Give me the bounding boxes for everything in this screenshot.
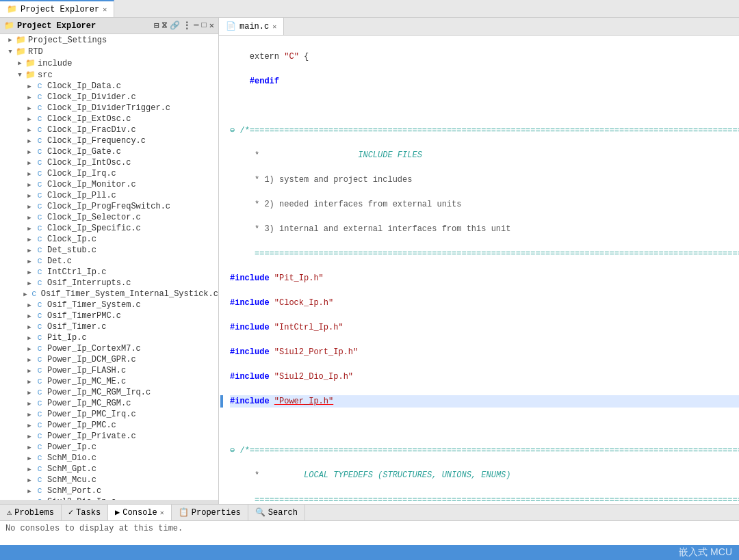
sidebar-title: Project Explorer xyxy=(17,21,96,31)
list-item[interactable]: ▶cClock_Ip_Frequency.c xyxy=(0,135,218,146)
code-line: ========================================… xyxy=(230,248,739,260)
list-item[interactable]: ▶cOsif_Timer_System_Internal_Systick.c xyxy=(0,289,218,299)
sidebar-tree: ▶ 📁 Project_Settings ▼ 📁 RTD ▶ 📁 include xyxy=(0,34,218,500)
code-line: * 2) needed interfaces from external uni… xyxy=(230,198,739,211)
properties-label: Properties xyxy=(192,508,241,518)
arrow-rtd: ▼ xyxy=(5,49,15,55)
arrow-project-settings: ▶ xyxy=(5,36,15,44)
sidebar-item-project-settings[interactable]: ▶ 📁 Project_Settings xyxy=(0,34,218,46)
list-item[interactable]: ▶cOsif_Interrupts.c xyxy=(0,278,218,289)
list-item[interactable]: ▶cClock_Ip_IntOsc.c xyxy=(0,157,218,168)
list-item[interactable]: ▶cClock_Ip_Pll.c xyxy=(0,190,218,201)
list-item[interactable]: ▶cClock_Ip_Monitor.c xyxy=(0,179,218,190)
label-src: src xyxy=(38,70,53,80)
list-item[interactable]: ▶cClock_Ip_Specific.c xyxy=(0,223,218,234)
sidebar-item-include[interactable]: ▶ 📁 include xyxy=(0,57,218,69)
list-item[interactable]: ▶cPower_Ip_PMC_Irq.c xyxy=(0,409,218,420)
filter-icon[interactable]: ⧖ xyxy=(161,21,167,31)
list-item[interactable]: ▶cClock_Ip_ProgFreqSwitch.c xyxy=(0,201,218,212)
tab-project-explorer[interactable]: 📁 Project Explorer ✕ xyxy=(0,0,114,17)
list-item[interactable]: ▶cDet_stub.c xyxy=(0,245,218,256)
code-line: extern "C" { xyxy=(230,51,739,63)
list-item[interactable]: ▶cClock_Ip_ExtOsc.c xyxy=(0,114,218,124)
code-line-section: ⊖ /*====================================… xyxy=(230,124,739,137)
problems-label: Problems xyxy=(14,508,54,518)
label-project-settings: Project_Settings xyxy=(28,36,107,45)
list-item[interactable]: ▶cIntCtrl_Ip.c xyxy=(0,267,218,278)
list-item[interactable]: ▶cPower_Ip_PMC.c xyxy=(0,420,218,431)
list-item[interactable]: ▶cPower_Ip_DCM_GPR.c xyxy=(0,354,218,365)
main-area: 📁 Project Explorer ⊟ ⧖ 🔗 ⋮ — □ ✕ ▶ 📁 Pro… xyxy=(0,18,739,504)
top-tab-bar: 📁 Project Explorer ✕ xyxy=(0,0,739,18)
sidebar-header-icons: ⊟ ⧖ 🔗 ⋮ — □ ✕ xyxy=(154,21,214,31)
list-item[interactable]: ▶cClock_Ip_FracDiv.c xyxy=(0,124,218,135)
folder-icon-src: 📁 xyxy=(25,70,36,80)
label-include: include xyxy=(38,59,72,68)
list-item[interactable]: ▶cPower_Ip_MC_RGM.c xyxy=(0,398,218,409)
sidebar-project-icon: 📁 xyxy=(4,21,14,31)
watermark-text: 嵌入式 MCU xyxy=(679,546,732,559)
tab-properties[interactable]: 📋 Properties xyxy=(172,505,248,520)
sidebar-item-src[interactable]: ▼ 📁 src xyxy=(0,69,218,81)
code-line: #include "Pit_Ip.h" xyxy=(230,272,739,284)
code-line: * 1) system and project includes xyxy=(230,174,739,186)
list-item[interactable]: ▶cPower_Ip_MC_ME.c xyxy=(0,376,218,387)
collapse-all-icon[interactable]: ⊟ xyxy=(154,21,159,31)
sidebar-header-left: 📁 Project Explorer xyxy=(4,21,96,31)
link-icon[interactable]: 🔗 xyxy=(170,21,180,31)
maximize-icon[interactable]: □ xyxy=(202,21,207,31)
code-line xyxy=(230,420,739,432)
list-item[interactable]: ▶cClock_Ip_Gate.c xyxy=(0,146,218,157)
search-label: Search xyxy=(268,508,298,518)
tab-main-c-label: main.c xyxy=(239,22,269,31)
tab-project-explorer-label: Project Explorer xyxy=(21,5,99,14)
list-item[interactable]: ▶cPower_Ip_CortexM7.c xyxy=(0,343,218,354)
list-item[interactable]: ▶cClock_Ip_DividerTrigger.c xyxy=(0,103,218,114)
list-item[interactable]: ▶cOsif_TimerPMC.c xyxy=(0,310,218,321)
tab-problems[interactable]: ⚠ Problems xyxy=(0,505,62,520)
code-line: ⊖ /*====================================… xyxy=(230,444,739,457)
list-item[interactable]: ▶cClock_Ip.c xyxy=(0,234,218,245)
list-item[interactable]: ▶cSchM_Dio.c xyxy=(0,453,218,464)
tab-search[interactable]: 🔍 Search xyxy=(248,505,305,520)
list-item[interactable]: ▶cSchM_Port.c xyxy=(0,485,218,496)
code-line: * INCLUDE FILES xyxy=(230,149,739,161)
tab-main-c[interactable]: 📄 main.c ✕ xyxy=(219,18,284,35)
list-item[interactable]: ▶cPower_Ip_FLASH.c xyxy=(0,365,218,376)
list-item[interactable]: ▶cClock_Ip_Selector.c xyxy=(0,212,218,223)
tab-project-explorer-close[interactable]: ✕ xyxy=(103,5,107,14)
code-line: #endif xyxy=(230,75,739,88)
console-icon: ▶ xyxy=(115,507,120,518)
project-icon: 📁 xyxy=(7,4,17,14)
list-item[interactable]: ▶cClock_Ip_Irq.c xyxy=(0,168,218,179)
tab-main-c-icon: 📄 xyxy=(226,21,236,31)
sidebar-item-rtd[interactable]: ▼ 📁 RTD xyxy=(0,46,218,57)
list-item[interactable]: ▶cOsif_Timer.c xyxy=(0,321,218,332)
tab-console[interactable]: ▶ Console ✕ xyxy=(108,505,172,520)
code-line-highlight: #include "Power_Ip.h" xyxy=(230,395,739,408)
list-item[interactable]: ▶cPit_Ip.c xyxy=(0,332,218,343)
sidebar-header: 📁 Project Explorer ⊟ ⧖ 🔗 ⋮ — □ ✕ xyxy=(0,18,218,34)
search-icon: 🔍 xyxy=(255,507,265,518)
close-sidebar-icon[interactable]: ✕ xyxy=(209,21,214,31)
list-item[interactable]: ▶cOsif_Timer_System.c xyxy=(0,299,218,310)
list-item[interactable]: ▶cPower_Ip.c xyxy=(0,442,218,453)
arrow-src: ▼ xyxy=(15,72,25,79)
list-item[interactable]: ▶cSchM_Gpt.c xyxy=(0,464,218,475)
list-item[interactable]: ▶cClock_Ip_Data.c xyxy=(0,81,218,92)
list-item[interactable]: ▶cPower_Ip_MC_RGM_Irq.c xyxy=(0,387,218,398)
code-line: #include "Siul2_Dio_Ip.h" xyxy=(230,371,739,383)
list-item[interactable]: ▶cDet.c xyxy=(0,256,218,267)
console-label: Console xyxy=(122,508,157,518)
menu-icon[interactable]: ⋮ xyxy=(183,21,191,31)
folder-icon-include: 📁 xyxy=(25,58,36,68)
tab-tasks[interactable]: ✓ Tasks xyxy=(62,505,108,520)
folder-icon-project-settings: 📁 xyxy=(15,35,26,45)
tab-main-c-close[interactable]: ✕ xyxy=(272,23,276,31)
code-container[interactable]: extern "C" { #endif ⊖ /*================… xyxy=(219,36,739,504)
list-item[interactable]: ▶cPower_Ip_Private.c xyxy=(0,431,218,442)
console-close[interactable]: ✕ xyxy=(160,509,164,517)
list-item[interactable]: ▶cSchM_Mcu.c xyxy=(0,475,218,485)
minimize-icon[interactable]: — xyxy=(194,21,198,31)
list-item[interactable]: ▶cClock_Ip_Divider.c xyxy=(0,92,218,103)
